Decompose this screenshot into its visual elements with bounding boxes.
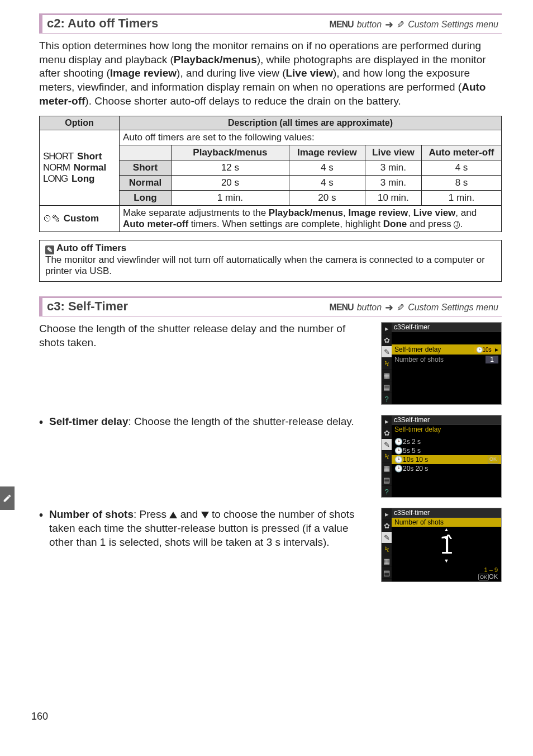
pencil-icon: ✎ — [397, 19, 404, 31]
thumb1-row-shots: Number of shots1 — [392, 355, 501, 365]
thumb3-subtitle: Number of shots — [392, 518, 501, 527]
thumb-icon-play: ▸ — [382, 415, 392, 427]
ok-button-icon: J — [454, 221, 460, 229]
note-body: The monitor and viewfinder will not turn… — [45, 254, 496, 277]
thumb3-range: 1 – 9OKOK — [392, 565, 501, 582]
bullet-number-of-shots: Number of shots: Press and to choose the… — [39, 508, 373, 549]
section-c3-intro: Choose the length of the shutter release… — [39, 322, 373, 349]
thumb-icon-retouch: Ϟ — [382, 451, 392, 462]
row-long: Long — [120, 191, 172, 206]
triangle-down-icon — [201, 512, 209, 518]
thumb3-title: c3Self-timer — [392, 508, 501, 518]
thumb-icon-mymenu: ▤ — [382, 567, 392, 579]
thumb-icon-camera: ✿ — [382, 334, 392, 346]
auto-off-table: Option Description (all times are approx… — [39, 116, 502, 232]
bullet-self-timer-delay: Self-timer delay: Choose the length of t… — [39, 415, 373, 429]
thumb2-title: c3Self-timer — [392, 415, 501, 425]
col-live-view: Live view — [365, 145, 421, 160]
auto-off-note: ✎Auto off Timers The monitor and viewfin… — [39, 240, 502, 282]
thumb-icon-pencil: ✎ — [382, 346, 392, 358]
screenshot-number-of-shots: ▸ ✿ ✎ Ϟ ▦ ▤ c3Self-timer Number of shots… — [381, 508, 502, 582]
row-normal: Normal — [120, 176, 172, 191]
thumb2-opt-20s: 🕑20s 20 s — [392, 464, 501, 473]
page-side-tab — [0, 486, 15, 510]
thumb-icon-retouch: Ϟ — [382, 544, 392, 555]
thumb2-opt-2s: 🕑2s 2 s — [392, 437, 501, 446]
arrow-icon: ➜ — [385, 20, 393, 30]
thumb2-subtitle: Self-timer delay — [392, 425, 501, 434]
row-custom-label: ⏲✎ Custom — [40, 206, 120, 232]
section-c2-intro: This option determines how long the moni… — [39, 39, 502, 108]
thumb-icon-pencil: ✎ — [382, 532, 392, 544]
section-c2-crumb: MENU button ➜ ✎ Custom Settings menu — [330, 19, 498, 31]
screenshot-self-timer-delay: ▸ ✿ ✎ Ϟ ▦ ▤ ? c3Self-timer Self-timer de… — [381, 415, 502, 498]
thumb-icon-setup: ▦ — [382, 462, 392, 474]
thumb2-opt-10s: 🕑10s 10 sOK — [392, 455, 501, 464]
note-icon: ✎ — [45, 245, 54, 254]
thumb3-big-number: ▲1̂▼ — [392, 527, 501, 565]
row-custom-desc: Make separate adjustments to the Playbac… — [120, 206, 502, 232]
section-c2-header: c2: Auto off Timers MENU button ➜ ✎ Cust… — [39, 13, 502, 34]
th-option: Option — [40, 116, 120, 130]
crumb-menu-label: MENU — [330, 20, 354, 30]
thumb-icon-help: ? — [382, 393, 392, 404]
note-title: Auto off Timers — [56, 243, 126, 253]
row-presets-label: SHORT Short NORM Normal LONG Long — [40, 130, 120, 206]
values-intro: Auto off timers are set to the following… — [120, 130, 502, 145]
crumb-button-word: button — [357, 20, 382, 30]
thumb-icon-help: ? — [382, 486, 392, 497]
section-c2-title: c2: Auto off Timers — [47, 16, 158, 31]
th-description: Description (all times are approximate) — [120, 116, 502, 130]
crumb-target: Custom Settings menu — [408, 20, 498, 30]
thumb1-row-delay: Self-timer delay🕑10s ▸ — [392, 344, 501, 355]
crumb-menu-label: MENU — [330, 303, 354, 313]
thumb-icon-mymenu: ▤ — [382, 381, 392, 393]
thumb1-title: c3Self-timer — [392, 323, 501, 332]
thumb-icon-play: ▸ — [382, 508, 392, 520]
triangle-up-icon — [169, 512, 177, 518]
section-c3-crumb: MENU button ➜ ✎ Custom Settings menu — [330, 302, 498, 314]
thumb-icon-retouch: Ϟ — [382, 358, 392, 370]
thumb-icon-pencil: ✎ — [382, 439, 392, 451]
section-c3-title: c3: Self-Timer — [47, 299, 128, 314]
col-auto-meter-off: Auto meter-off — [421, 145, 501, 160]
thumb-icon-camera: ✿ — [382, 520, 392, 532]
thumb-icon-setup: ▦ — [382, 555, 392, 567]
col-playback: Playback/menus — [172, 145, 289, 160]
screenshot-self-timer-menu: ▸ ✿ ✎ Ϟ ▦ ▤ ? c3Self-timer Self-timer de… — [381, 322, 502, 405]
pencil-icon: ✎ — [397, 302, 404, 314]
row-short: Short — [120, 160, 172, 176]
thumb-icon-camera: ✿ — [382, 427, 392, 439]
col-image-review: Image review — [289, 145, 365, 160]
arrow-icon: ➜ — [385, 303, 393, 313]
thumb-icon-mymenu: ▤ — [382, 474, 392, 486]
thumb2-opt-5s: 🕑5s 5 s — [392, 446, 501, 455]
thumb-icon-play: ▸ — [382, 323, 392, 334]
crumb-target: Custom Settings menu — [408, 303, 498, 313]
crumb-button-word: button — [357, 303, 382, 313]
thumb-icon-setup: ▦ — [382, 370, 392, 381]
section-c3-header: c3: Self-Timer MENU button ➜ ✎ Custom Se… — [39, 296, 502, 316]
timer-pencil-icon: ⏲✎ — [43, 214, 61, 223]
page-number: 160 — [31, 711, 48, 722]
